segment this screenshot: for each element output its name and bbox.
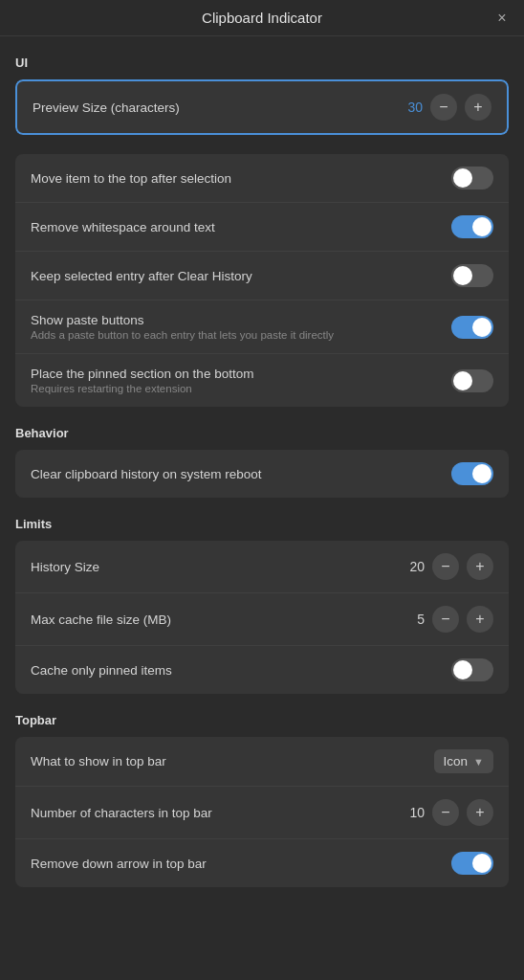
clear-on-reboot-label: Clear clipboard history on system reboot: [31, 467, 451, 481]
move-to-top-row: Move item to the top after selection: [15, 154, 509, 203]
remove-down-arrow-toggle[interactable]: [451, 852, 493, 875]
history-size-value: 20: [405, 559, 425, 574]
what-to-show-dropdown[interactable]: Icon ▼: [434, 749, 493, 773]
remove-whitespace-row: Remove whitespace around text: [15, 203, 509, 252]
ui-section-label: UI: [15, 56, 509, 70]
close-button[interactable]: ×: [493, 10, 511, 27]
topbar-section-label: Topbar: [15, 713, 509, 727]
what-to-show-value: Icon: [444, 754, 469, 768]
cache-pinned-row: Cache only pinned items: [15, 646, 509, 694]
limits-card: History Size 20 − + Max cache file size …: [15, 541, 509, 694]
max-cache-value: 5: [405, 612, 425, 627]
show-paste-sublabel: Adds a paste button to each entry that l…: [31, 329, 451, 341]
clear-on-reboot-row: Clear clipboard history on system reboot: [15, 450, 509, 498]
chars-topbar-label: Number of characters in top bar: [31, 806, 405, 820]
cache-pinned-toggle[interactable]: [451, 658, 493, 681]
cache-pinned-label: Cache only pinned items: [31, 663, 451, 678]
keep-selected-label: Keep selected entry after Clear History: [31, 269, 451, 283]
max-cache-decrement[interactable]: −: [432, 606, 459, 633]
keep-selected-row: Keep selected entry after Clear History: [15, 252, 509, 301]
pinned-bottom-sublabel: Requires restarting the extension: [31, 383, 451, 394]
what-to-show-row: What to show in top bar Icon ▼: [15, 737, 509, 787]
keep-selected-toggle[interactable]: [451, 264, 493, 287]
preview-size-controls: 30 − +: [404, 94, 491, 121]
history-size-decrement[interactable]: −: [432, 553, 459, 580]
ui-section-card: Preview Size (characters) 30 − +: [15, 79, 509, 135]
what-to-show-label: What to show in top bar: [31, 754, 434, 768]
pinned-bottom-label: Place the pinned section on the bottom: [31, 367, 451, 381]
pinned-bottom-row: Place the pinned section on the bottom R…: [15, 354, 509, 407]
dropdown-arrow-icon: ▼: [473, 756, 484, 768]
preview-size-increment[interactable]: +: [465, 94, 491, 121]
clear-on-reboot-toggle[interactable]: [451, 462, 493, 485]
pinned-bottom-toggle[interactable]: [451, 369, 493, 392]
max-cache-label: Max cache file size (MB): [31, 612, 405, 627]
title-bar: Clipboard Indicator ×: [0, 0, 524, 36]
preview-size-decrement[interactable]: −: [430, 94, 457, 121]
remove-whitespace-toggle[interactable]: [451, 215, 493, 238]
window-title: Clipboard Indicator: [202, 10, 322, 26]
show-paste-label: Show paste buttons: [31, 313, 451, 327]
chars-topbar-decrement[interactable]: −: [432, 799, 459, 826]
move-to-top-label: Move item to the top after selection: [31, 171, 451, 186]
chars-topbar-row: Number of characters in top bar 10 − +: [15, 787, 509, 839]
remove-down-arrow-row: Remove down arrow in top bar: [15, 839, 509, 887]
limits-section-label: Limits: [15, 517, 509, 531]
history-size-row: History Size 20 − +: [15, 541, 509, 593]
ui-options-card: Move item to the top after selection Rem…: [15, 154, 509, 407]
show-paste-row: Show paste buttons Adds a paste button t…: [15, 301, 509, 354]
preview-size-label: Preview Size (characters): [33, 100, 404, 115]
move-to-top-toggle[interactable]: [451, 167, 493, 189]
topbar-card: What to show in top bar Icon ▼ Number of…: [15, 737, 509, 887]
behavior-section-label: Behavior: [15, 426, 509, 440]
chars-topbar-increment[interactable]: +: [467, 799, 493, 826]
max-cache-row: Max cache file size (MB) 5 − +: [15, 593, 509, 646]
remove-down-arrow-label: Remove down arrow in top bar: [31, 857, 451, 871]
preview-size-row: Preview Size (characters) 30 − +: [15, 79, 509, 135]
history-size-label: History Size: [31, 560, 405, 574]
settings-content: UI Preview Size (characters) 30 − + Move…: [0, 36, 524, 929]
preview-size-value: 30: [404, 100, 423, 115]
history-size-increment[interactable]: +: [467, 553, 493, 580]
behavior-card: Clear clipboard history on system reboot: [15, 450, 509, 498]
remove-whitespace-label: Remove whitespace around text: [31, 220, 451, 234]
chars-topbar-value: 10: [405, 805, 425, 820]
show-paste-toggle[interactable]: [451, 316, 493, 339]
max-cache-increment[interactable]: +: [467, 606, 493, 633]
